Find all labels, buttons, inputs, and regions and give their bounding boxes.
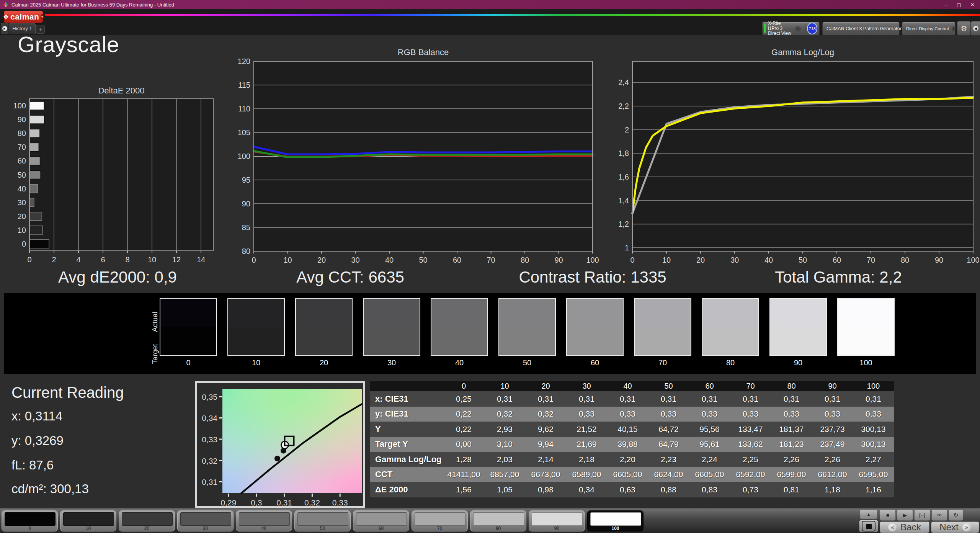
- pattern-window-icon: [862, 521, 875, 531]
- svg-text:0: 0: [22, 240, 26, 248]
- page-title: Grayscale: [18, 31, 119, 57]
- table-cell: 0,31: [525, 391, 566, 407]
- table-cell: 0,34: [566, 482, 607, 497]
- pattern-level-button-40[interactable]: 40: [236, 510, 292, 531]
- calman-menu-button[interactable]: ❖ calman ▼: [4, 11, 43, 23]
- single-measure-icon: [··]: [919, 512, 925, 518]
- svg-text:1,2: 1,2: [618, 220, 629, 228]
- collapse-panel-button[interactable]: ◀: [971, 21, 980, 36]
- continuous-measure-button[interactable]: ∞: [931, 509, 947, 521]
- svg-text:115: 115: [238, 81, 250, 89]
- table-cell: 40,15: [607, 422, 648, 437]
- table-cell: 6673,00: [525, 467, 566, 482]
- chevron-down-icon: ▼: [952, 26, 955, 31]
- meter-id-badge[interactable]: 718: [807, 23, 817, 34]
- pattern-level-button-50[interactable]: 50: [294, 510, 351, 531]
- pattern-level-button-10[interactable]: 10: [60, 510, 116, 531]
- svg-text:0,33: 0,33: [332, 498, 348, 506]
- table-cell: 300,13: [853, 422, 894, 437]
- pattern-level-button-60[interactable]: 60: [353, 510, 409, 531]
- grayscale-swatch-60: 60: [566, 298, 624, 367]
- svg-text:14: 14: [197, 255, 205, 263]
- grayscale-swatch-strip: Actual Target 0102030405060708090100: [4, 293, 976, 374]
- stop-measure-button[interactable]: ■: [880, 509, 896, 521]
- meter-select-button[interactable]: X-Rite i1Pro 3 Direct View ▼ 718: [762, 22, 820, 35]
- settings-button[interactable]: ⚙: [957, 21, 971, 36]
- gear-icon: ⚙: [960, 24, 967, 33]
- back-button[interactable]: « Back: [880, 522, 929, 533]
- svg-text:40: 40: [385, 256, 394, 264]
- calman-diamond-icon: ❖: [3, 13, 9, 21]
- source-select-button[interactable]: CalMAN Client 3 Pattern Generator ▼: [822, 22, 900, 35]
- table-column-header: 80: [771, 381, 812, 391]
- svg-text:10: 10: [283, 256, 292, 264]
- table-row-label: Y: [370, 422, 443, 437]
- svg-text:10: 10: [662, 256, 671, 264]
- maximize-icon[interactable]: ▢: [957, 2, 961, 8]
- table-cell: 0,32: [484, 407, 525, 422]
- refresh-button[interactable]: ↻: [949, 509, 963, 521]
- table-cell: 6592,00: [730, 467, 771, 482]
- table-cell: 6857,00: [484, 467, 525, 482]
- table-cell: 237,73: [812, 422, 853, 437]
- table-row-label: ΔE 2000: [370, 482, 443, 497]
- pattern-level-button-90[interactable]: 90: [529, 510, 585, 531]
- table-column-header: 10: [484, 381, 525, 391]
- svg-text:10: 10: [18, 226, 26, 234]
- table-cell: 9,94: [525, 437, 566, 452]
- table-cell: 2,14: [525, 452, 566, 467]
- table-cell: 0,00: [443, 437, 484, 452]
- grayscale-swatch-0: 0: [160, 298, 217, 367]
- up-arrow-icon: ▲: [867, 512, 871, 517]
- display-control-button[interactable]: Direct Display Control ▼: [902, 22, 956, 35]
- table-cell: 21,69: [566, 437, 607, 452]
- table-row-label: Gamma Log/Log: [370, 452, 443, 467]
- rainbow-strip: [45, 14, 980, 16]
- table-cell: 2,25: [730, 452, 771, 467]
- minimize-icon[interactable]: –: [945, 2, 947, 8]
- grayscale-swatch-40: 40: [431, 298, 488, 367]
- table-cell: 0,22: [443, 422, 484, 437]
- table-row-label: Target Y: [370, 437, 443, 452]
- pattern-window-toggle-button[interactable]: [859, 520, 878, 532]
- svg-text:1,4: 1,4: [618, 196, 629, 205]
- pattern-level-button-70[interactable]: 70: [412, 510, 468, 531]
- collapse-arrow-icon: ◀: [973, 26, 978, 31]
- svg-text:90: 90: [242, 199, 250, 208]
- pattern-level-button-0[interactable]: 0: [2, 510, 58, 531]
- pattern-level-button-100[interactable]: 100: [587, 510, 644, 531]
- table-cell: 6605,00: [689, 467, 730, 482]
- table-cell: 0,81: [771, 482, 812, 497]
- table-cell: 0,25: [443, 391, 484, 407]
- table-cell: 0,31: [689, 391, 730, 407]
- pattern-level-button-30[interactable]: 30: [177, 510, 234, 531]
- svg-text:1,8: 1,8: [618, 149, 629, 157]
- table-row: x: CIE310,250,310,310,310,310,310,310,31…: [370, 391, 894, 407]
- svg-text:20: 20: [696, 256, 705, 264]
- table-cell: 0,33: [689, 407, 730, 422]
- svg-text:80: 80: [18, 129, 26, 137]
- svg-text:50: 50: [18, 171, 26, 179]
- svg-text:12: 12: [172, 255, 181, 263]
- table-cell: 2,27: [853, 452, 894, 467]
- table-cell: 6595,00: [853, 467, 894, 482]
- pattern-level-button-80[interactable]: 80: [470, 510, 526, 531]
- svg-text:100: 100: [586, 256, 599, 264]
- table-cell: 0,32: [525, 407, 566, 422]
- close-icon[interactable]: ✕: [970, 2, 975, 8]
- svg-text:100: 100: [238, 152, 250, 160]
- table-column-header: 70: [730, 381, 771, 391]
- svg-text:0: 0: [630, 256, 634, 264]
- single-measure-button[interactable]: [··]: [914, 509, 930, 521]
- svg-text:0: 0: [27, 255, 31, 263]
- play-measure-button[interactable]: ▶: [897, 509, 913, 521]
- window-title: Calman 2025 Calman Ultimate for Business…: [11, 2, 174, 8]
- svg-text:8: 8: [125, 255, 129, 263]
- table-column-header: 60: [689, 381, 730, 391]
- pattern-level-button-20[interactable]: 20: [119, 510, 175, 531]
- tab-scroll-button[interactable]: ▶: [1, 23, 8, 34]
- expand-up-button[interactable]: ▲: [860, 509, 877, 519]
- table-column-header: 100: [853, 381, 894, 391]
- next-button[interactable]: Next »: [931, 522, 979, 533]
- meter-status-accent: [764, 24, 766, 33]
